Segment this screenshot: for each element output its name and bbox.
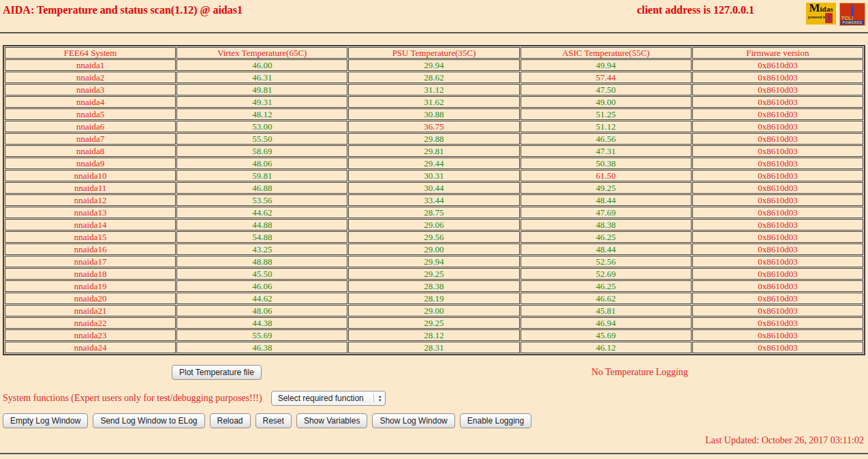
cell-firmware-version: 0x8610d03 <box>692 231 863 243</box>
cell-psu-temperature: 29.06 <box>348 219 519 231</box>
table-row: nnaida1946.0628.3846.250x8610d03 <box>5 280 863 292</box>
cell-psu-temperature: 29.88 <box>348 133 519 145</box>
system-functions-row: System functions (Expert users only for … <box>3 390 865 406</box>
cell-firmware-version: 0x8610d03 <box>692 268 863 280</box>
table-row: nnaida1253.5633.4448.440x8610d03 <box>5 194 863 206</box>
plot-row: Plot Temperature file No Temperature Log… <box>3 365 865 380</box>
cell-psu-temperature: 28.38 <box>348 280 519 292</box>
cell-virtex-temperature: 55.69 <box>176 329 347 341</box>
midas-logo[interactable]: Midas powered by <box>806 3 836 25</box>
table-row: nnaida2446.3828.3146.120x8610d03 <box>5 342 863 353</box>
cell-virtex-temperature: 48.06 <box>176 158 347 169</box>
table-row: nnaida246.3128.6257.440x8610d03 <box>5 72 863 83</box>
cell-fee64-name: nnaida18 <box>5 268 176 280</box>
cell-psu-temperature: 28.75 <box>348 207 519 218</box>
cell-virtex-temperature: 49.81 <box>176 84 347 95</box>
cell-virtex-temperature: 46.06 <box>176 280 347 292</box>
cell-virtex-temperature: 48.06 <box>176 305 347 316</box>
cell-fee64-name: nnaida7 <box>5 133 176 145</box>
cell-psu-temperature: 31.12 <box>348 84 519 95</box>
table-row: nnaida548.1230.8851.250x8610d03 <box>5 108 863 120</box>
cell-firmware-version: 0x8610d03 <box>692 145 863 157</box>
action-button-show-variables[interactable]: Show Variables <box>296 413 368 428</box>
cell-asic-temperature: 52.56 <box>521 256 692 267</box>
table-row: nnaida349.8131.1247.500x8610d03 <box>5 84 863 95</box>
cell-psu-temperature: 29.81 <box>348 145 519 157</box>
cell-asic-temperature: 46.94 <box>521 317 692 329</box>
cell-firmware-version: 0x8610d03 <box>692 59 863 71</box>
cell-fee64-name: nnaida8 <box>5 145 176 157</box>
cell-fee64-name: nnaida15 <box>5 231 176 243</box>
table-row: nnaida653.0036.7551.120x8610d03 <box>5 121 863 132</box>
cell-virtex-temperature: 44.88 <box>176 219 347 231</box>
cell-firmware-version: 0x8610d03 <box>692 121 863 132</box>
log-button-bar: Empty Log WindowSend Log Window to ELogR… <box>3 413 865 428</box>
select-spinner-icon: ▲▼ <box>373 394 382 402</box>
table-row: nnaida1845.5029.2552.690x8610d03 <box>5 268 863 280</box>
cell-firmware-version: 0x8610d03 <box>692 219 863 231</box>
cell-fee64-name: nnaida11 <box>5 182 176 194</box>
cell-psu-temperature: 33.44 <box>348 194 519 206</box>
action-button-enable-logging[interactable]: Enable Logging <box>460 413 531 428</box>
cell-virtex-temperature: 55.50 <box>176 133 347 145</box>
cell-virtex-temperature: 43.25 <box>176 243 347 255</box>
action-button-reload[interactable]: Reload <box>210 413 251 428</box>
table-row: nnaida858.6929.8147.310x8610d03 <box>5 145 863 157</box>
cell-psu-temperature: 31.62 <box>348 96 519 108</box>
cell-firmware-version: 0x8610d03 <box>692 108 863 120</box>
cell-firmware-version: 0x8610d03 <box>692 329 863 341</box>
action-button-empty-log-window[interactable]: Empty Log Window <box>3 413 88 428</box>
cell-asic-temperature: 47.69 <box>521 207 692 218</box>
cell-psu-temperature: 30.31 <box>348 170 519 181</box>
cell-virtex-temperature: 53.56 <box>176 194 347 206</box>
cell-firmware-version: 0x8610d03 <box>692 243 863 255</box>
cell-fee64-name: nnaida24 <box>5 342 176 353</box>
header-bar: AIDA: Temperature and status scan(1.12) … <box>3 3 865 26</box>
cell-fee64-name: nnaida19 <box>5 280 176 292</box>
action-button-reset[interactable]: Reset <box>255 413 292 428</box>
table-row: nnaida1344.6228.7547.690x8610d03 <box>5 207 863 218</box>
cell-fee64-name: nnaida9 <box>5 158 176 169</box>
cell-asic-temperature: 50.38 <box>521 158 692 169</box>
table-row: nnaida1748.8829.9452.560x8610d03 <box>5 256 863 267</box>
table-row: nnaida2355.6928.1245.690x8610d03 <box>5 329 863 341</box>
cell-asic-temperature: 48.44 <box>521 194 692 206</box>
cell-fee64-name: nnaida6 <box>5 121 176 132</box>
cell-fee64-name: nnaida14 <box>5 219 176 231</box>
action-button-show-log-window[interactable]: Show Log Window <box>372 413 454 428</box>
tcl-feather-icon <box>825 13 833 23</box>
cell-firmware-version: 0x8610d03 <box>692 96 863 108</box>
logo-group: Midas powered by TCL! POWERED <box>806 3 865 26</box>
function-select-value: Select required function <box>278 394 364 403</box>
cell-virtex-temperature: 49.31 <box>176 96 347 108</box>
cell-firmware-version: 0x8610d03 <box>692 72 863 83</box>
table-row: nnaida1554.8829.5646.250x8610d03 <box>5 231 863 243</box>
plot-temperature-button[interactable]: Plot Temperature file <box>172 365 262 380</box>
cell-firmware-version: 0x8610d03 <box>692 305 863 316</box>
cell-virtex-temperature: 53.00 <box>176 121 347 132</box>
cell-psu-temperature: 28.62 <box>348 72 519 83</box>
cell-psu-temperature: 29.94 <box>348 59 519 71</box>
cell-virtex-temperature: 44.62 <box>176 207 347 218</box>
cell-fee64-name: nnaida12 <box>5 194 176 206</box>
cell-firmware-version: 0x8610d03 <box>692 207 863 218</box>
cell-psu-temperature: 29.00 <box>348 305 519 316</box>
action-button-send-log-window-to-elog[interactable]: Send Log Window to ELog <box>93 413 204 428</box>
bottom-divider <box>0 453 868 454</box>
cell-firmware-version: 0x8610d03 <box>692 280 863 292</box>
cell-virtex-temperature: 46.31 <box>176 72 347 83</box>
cell-firmware-version: 0x8610d03 <box>692 256 863 267</box>
cell-virtex-temperature: 54.88 <box>176 231 347 243</box>
table-row: nnaida449.3131.6249.000x8610d03 <box>5 96 863 108</box>
tcl-logo-label: TCL! <box>841 16 854 20</box>
cell-psu-temperature: 29.25 <box>348 268 519 280</box>
cell-virtex-temperature: 46.00 <box>176 59 347 71</box>
cell-firmware-version: 0x8610d03 <box>692 133 863 145</box>
cell-asic-temperature: 51.12 <box>521 121 692 132</box>
cell-asic-temperature: 47.31 <box>521 145 692 157</box>
cell-virtex-temperature: 46.38 <box>176 342 347 353</box>
cell-virtex-temperature: 44.62 <box>176 293 347 304</box>
table-row: nnaida755.5029.8846.560x8610d03 <box>5 133 863 145</box>
tcl-powered-logo[interactable]: TCL! POWERED <box>839 3 865 26</box>
function-select[interactable]: Select required function ▲▼ <box>271 391 386 406</box>
